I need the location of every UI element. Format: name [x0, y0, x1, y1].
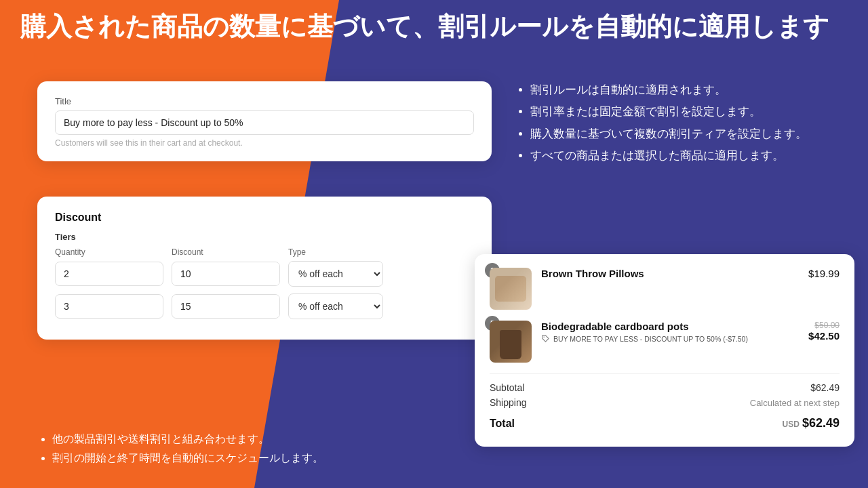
tier1-discount-wrap: % [172, 262, 280, 286]
tier1-discount-input[interactable] [172, 262, 280, 285]
tier2-discount-wrap: % [172, 294, 280, 319]
cart-item-2-img-wrap: 5 [490, 321, 532, 363]
cart-card: 1 Brown Throw Pillows $19.99 5 Biodegrad… [475, 254, 854, 447]
cart-item-2-name: Biodegradable cardboard pots [541, 321, 799, 332]
bullets-bottom: 他の製品割引や送料割引と組み合わせます。 割引の開始と終了時間を自動的にスケジュ… [37, 431, 323, 469]
tiers-header: Quantity Discount Type [55, 247, 474, 257]
cart-item-2-price-original: $50.00 [808, 321, 840, 330]
total-currency: USD [783, 420, 800, 429]
shipping-value: Calculated at next step [750, 398, 840, 408]
discount-section: Discount Tiers Quantity Discount Type % … [37, 197, 492, 340]
col-header-discount: Discount [172, 247, 280, 257]
cart-item-2-price: $50.00 $42.50 [808, 321, 840, 342]
tier2-discount-input[interactable] [172, 295, 280, 318]
tier-row-1: % % off each $ off each Fixed price [55, 261, 474, 287]
cart-subtotal-row: Subtotal $62.49 [490, 382, 840, 393]
total-label: Total [490, 418, 515, 430]
cart-item-1-img-wrap: 1 [490, 268, 532, 310]
bullet-bottom-1: 他の製品割引や送料割引と組み合わせます。 [52, 431, 323, 448]
promo-tag-icon [541, 334, 550, 343]
col-header-type: Type [288, 247, 383, 257]
bullet-right-4: すべての商品または選択した商品に適用します。 [530, 147, 848, 165]
cart-item-1-price-normal: $19.99 [808, 268, 840, 279]
tier-row-2: % % off each $ off each Fixed price [55, 293, 474, 319]
cart-shipping-row: Shipping Calculated at next step [490, 397, 840, 408]
cart-item-1-image [490, 268, 532, 310]
bullet-right-1: 割引ルールは自動的に適用されます。 [530, 81, 848, 99]
form-card: Title Customers will see this in their c… [37, 81, 492, 161]
cart-total-row: Total USD$62.49 [490, 416, 840, 430]
cart-item-1-price: $19.99 [808, 268, 840, 279]
cart-item-2: 5 Biodegradable cardboard pots BUY MORE … [490, 321, 840, 363]
cart-item-2-promo-text: BUY MORE TO PAY LESS - DISCOUNT UP TO 50… [553, 335, 748, 343]
tiers-label: Tiers [55, 232, 474, 242]
col-header-quantity: Quantity [55, 247, 163, 257]
cart-item-1-name: Brown Throw Pillows [541, 268, 799, 279]
cart-item-2-details: Biodegradable cardboard pots BUY MORE TO… [541, 321, 799, 343]
total-amount: $62.49 [802, 416, 840, 430]
discount-title: Discount [55, 211, 474, 224]
title-label: Title [55, 96, 474, 106]
total-value: USD$62.49 [783, 416, 840, 430]
tier2-type-select[interactable]: % off each $ off each Fixed price [288, 293, 383, 319]
cart-item-2-promo: BUY MORE TO PAY LESS - DISCOUNT UP TO 50… [541, 334, 799, 343]
cart-item-1-details: Brown Throw Pillows [541, 268, 799, 281]
shipping-label: Shipping [490, 397, 527, 408]
cart-item-1: 1 Brown Throw Pillows $19.99 [490, 268, 840, 310]
bullet-bottom-2: 割引の開始と終了時間を自動的にスケジュールします。 [52, 450, 323, 467]
bullet-right-2: 割引率または固定金額で割引を設定します。 [530, 103, 848, 121]
bullets-right: 割引ルールは自動的に適用されます。 割引率または固定金額で割引を設定します。 購… [515, 81, 848, 169]
tier1-type-select[interactable]: % off each $ off each Fixed price [288, 261, 383, 287]
main-title: 購入された商品の数量に基づいて、割引ルールを自動的に適用します [20, 12, 848, 42]
subtotal-label: Subtotal [490, 382, 524, 393]
cart-item-2-price-discounted: $42.50 [808, 330, 840, 342]
tier2-quantity-input[interactable] [55, 294, 163, 319]
title-input[interactable] [55, 110, 474, 135]
svg-point-0 [543, 336, 544, 337]
cart-divider [490, 373, 840, 374]
tier1-quantity-input[interactable] [55, 262, 163, 286]
bullet-right-3: 購入数量に基づいて複数の割引ティアを設定します。 [530, 125, 848, 143]
cart-item-2-image [490, 321, 532, 363]
helper-text: Customers will see this in their cart an… [55, 138, 474, 148]
subtotal-value: $62.49 [810, 382, 840, 393]
